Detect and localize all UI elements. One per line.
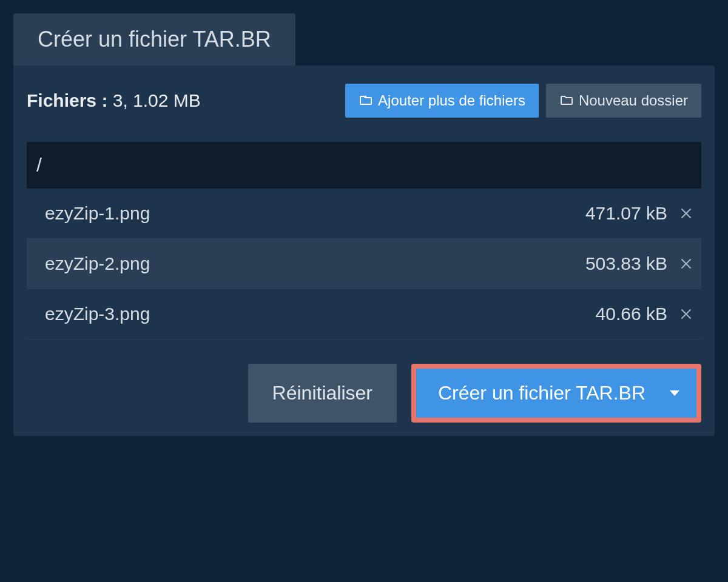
file-row: ezyZip-1.png 471.07 kB: [27, 189, 701, 239]
app-container: Créer un fichier TAR.BR Fichiers : 3, 1.…: [0, 0, 728, 436]
close-icon[interactable]: [678, 256, 694, 272]
tab-title: Créer un fichier TAR.BR: [38, 27, 271, 52]
new-folder-label: Nouveau dossier: [579, 92, 688, 109]
file-row: ezyZip-3.png 40.66 kB: [27, 289, 701, 340]
close-icon[interactable]: [678, 306, 694, 322]
file-row-right: 503.83 kB: [585, 253, 694, 274]
folder-icon: [559, 93, 574, 108]
new-folder-button[interactable]: Nouveau dossier: [546, 84, 701, 118]
chevron-down-icon: [670, 390, 679, 396]
breadcrumb-path: /: [36, 154, 42, 176]
add-files-button[interactable]: Ajouter plus de fichiers: [345, 84, 539, 118]
reset-label: Réinitialiser: [272, 382, 372, 404]
reset-button[interactable]: Réinitialiser: [248, 364, 397, 423]
file-name: ezyZip-2.png: [45, 253, 150, 274]
close-icon[interactable]: [678, 206, 694, 221]
create-archive-button[interactable]: Créer un fichier TAR.BR: [416, 369, 696, 418]
tab-create-archive[interactable]: Créer un fichier TAR.BR: [13, 13, 295, 65]
file-size: 471.07 kB: [585, 203, 667, 224]
file-row-right: 40.66 kB: [596, 304, 694, 324]
footer-row: Réinitialiser Créer un fichier TAR.BR: [27, 364, 701, 423]
file-row-right: 471.07 kB: [585, 203, 694, 224]
file-summary: Fichiers : 3, 1.02 MB: [27, 90, 201, 111]
header-buttons: Ajouter plus de fichiers Nouveau dossier: [345, 84, 701, 118]
create-label: Créer un fichier TAR.BR: [438, 382, 645, 404]
file-size: 40.66 kB: [596, 304, 667, 324]
file-size: 503.83 kB: [585, 253, 667, 274]
file-name: ezyZip-3.png: [45, 304, 150, 324]
file-summary-label: Fichiers :: [27, 90, 107, 110]
file-summary-value: 3, 1.02 MB: [113, 90, 201, 110]
breadcrumb[interactable]: /: [27, 142, 701, 189]
create-button-highlight: Créer un fichier TAR.BR: [411, 364, 701, 423]
header-row: Fichiers : 3, 1.02 MB Ajouter plus de fi…: [27, 84, 701, 118]
file-list: ezyZip-1.png 471.07 kB ezyZip-2.png 503.…: [27, 189, 701, 340]
file-name: ezyZip-1.png: [45, 203, 150, 224]
main-panel: Fichiers : 3, 1.02 MB Ajouter plus de fi…: [13, 65, 715, 436]
file-row: ezyZip-2.png 503.83 kB: [27, 239, 701, 289]
folder-add-icon: [359, 93, 373, 108]
add-files-label: Ajouter plus de fichiers: [378, 92, 525, 109]
